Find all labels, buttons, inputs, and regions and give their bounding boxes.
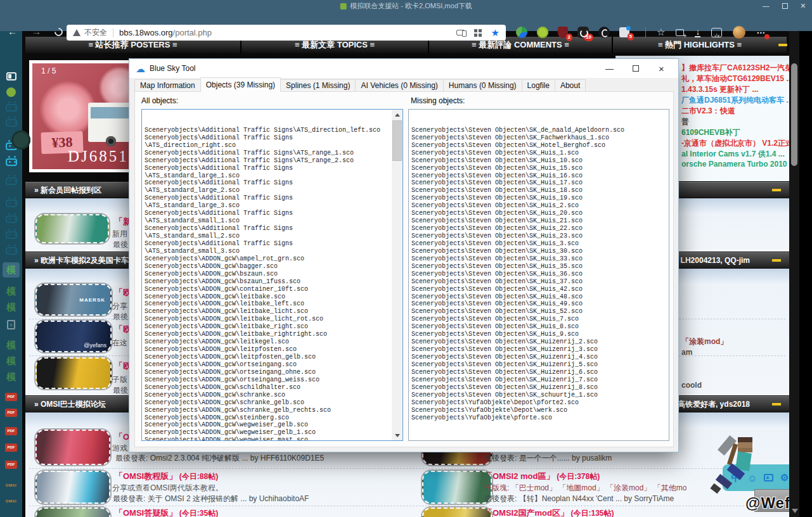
downloads-icon[interactable]: ↓ (695, 28, 700, 37)
object-path-item[interactable]: \ATS_standard_small_2.sco (145, 233, 401, 240)
dialog-tab[interactable]: About (555, 79, 586, 92)
object-path-item[interactable]: Sceneryobjects\Steven Objecten\SK_Huis_2… (411, 217, 667, 225)
object-path-item[interactable]: Sceneryobjects\Additional Traffic Signs\… (145, 157, 401, 165)
sidebar-favicon-item[interactable]: OMSI (0, 478, 22, 492)
dialog-tab[interactable]: Logfile (522, 79, 555, 92)
sidebar-favicon-item[interactable] (0, 155, 22, 169)
highlight-link[interactable]: 厂鱼通DJ6851系列纯电动客车 ... (681, 95, 790, 106)
last-post-link[interactable]: 最後發表: Omsi2 2.3.004 纯净破解版 ... by HFF6110… (115, 453, 324, 464)
sidebar-favicon-item[interactable]: 模 (0, 300, 22, 314)
highlight-link[interactable]: 礼，草车油动CTG6129BEV15 ... (681, 73, 790, 84)
reading-grid-icon[interactable] (474, 29, 477, 32)
object-path-item[interactable]: Sceneryobjects\ADDON_gcW\ampel_rot_grn.s… (145, 255, 401, 263)
forum-thumbnail[interactable] (35, 214, 109, 243)
dialog-close-button[interactable]: × (648, 59, 674, 78)
highlights-collapse-button[interactable] (778, 44, 787, 46)
object-path-item[interactable]: Sceneryobjects\Steven Objecten\SK_Huis_3… (411, 255, 667, 263)
object-path-item[interactable]: Sceneryobjects\ADDON_gcW\bagger.sco (145, 263, 401, 271)
sidebar-favicon-item[interactable] (0, 212, 22, 226)
forum-title-text[interactable]: 「OMSI2 mod區」 (484, 471, 555, 481)
object-path-item[interactable]: Sceneryobjects\Steven Objecten\SK_Huis_2… (411, 210, 667, 217)
dialog-tab[interactable]: Objects (39 Missing) (200, 77, 281, 92)
floating-widget-button[interactable] (11, 131, 30, 150)
window-maximize-button[interactable] (782, 3, 788, 9)
object-path-item[interactable]: Sceneryobjects\Steven Objecten\SK_Huis_1… (411, 157, 667, 165)
dialog-minimize-button[interactable]: — (596, 59, 622, 78)
object-path-item[interactable]: Sceneryobjects\ADDON_gcW\wegweiser_gelb.… (145, 421, 401, 429)
forum-title[interactable]: 「OMSI教程版」 (今日:88帖) (115, 471, 218, 482)
object-path-item[interactable]: Sceneryobjects\Additional Traffic Signs (145, 195, 401, 202)
object-path-item[interactable]: Sceneryobjects\YufaObjekte\Depot\pforte2… (411, 399, 667, 407)
forum-thumbnail[interactable] (422, 507, 492, 517)
object-path-item[interactable]: Sceneryobjects\Steven Objecten\SK_Fachwe… (411, 134, 667, 142)
last-post-link[interactable]: 最後發表: 是一个一个...... by pusalikm (484, 453, 612, 464)
object-path-item[interactable]: Sceneryobjects\ADDON_gcW\leitpfosten.sco (145, 346, 401, 354)
object-path-item[interactable]: Sceneryobjects\Steven Objecten\SK_Huis_7… (411, 316, 667, 323)
object-path-item[interactable]: Sceneryobjects\ADDON_gcW\leitpfosten_gel… (145, 354, 401, 361)
all-objects-list[interactable]: Sceneryobjects\Additional Traffic Signs\… (141, 109, 403, 441)
highlight-link[interactable]: 6109CHEVB补丁 (681, 127, 740, 138)
object-path-item[interactable]: Sceneryobjects\Steven Objecten\SK_Huis_4… (411, 300, 667, 308)
object-path-item[interactable]: Sceneryobjects\Steven Objecten\SK_Huis_2… (411, 233, 667, 240)
forum-thumbnail[interactable]: MAERSK (35, 284, 112, 316)
forum-thumbnail[interactable] (422, 471, 492, 504)
sidebar-favicon-item[interactable] (0, 244, 22, 258)
forum-thumbnail[interactable]: @yefans (35, 321, 112, 352)
sidebar-favicon-item[interactable]: 模 (0, 263, 22, 277)
highlight-link[interactable]: 普 (681, 117, 689, 127)
address-bar[interactable]: 不安全 bbs.18wos.org /portal.php ★ (67, 25, 506, 41)
browser-menu-icon[interactable]: ⋯ (756, 27, 766, 37)
sidebar-favicon-item[interactable] (0, 228, 22, 242)
object-path-item[interactable]: Sceneryobjects\ADDON_gcW\ortseingang_wei… (145, 376, 401, 384)
object-path-item[interactable]: Sceneryobjects\ADDON_gcW\bszaun_1fuss.sc… (145, 278, 401, 286)
object-path-item[interactable]: Sceneryobjects\YufaObjekte\Depot\werk.sc… (411, 407, 667, 414)
object-path-item[interactable]: Sceneryobjects\Steven Objecten\SK_Huis_1… (411, 150, 667, 157)
idm-extension-icon[interactable] (516, 27, 527, 38)
object-path-item[interactable]: Sceneryobjects\Steven Objecten\SK_Huis_4… (411, 293, 667, 301)
object-path-item[interactable]: Sceneryobjects\Steven Objecten\SK_schuur… (411, 392, 667, 399)
object-path-item[interactable]: Sceneryobjects\ADDON_gcW\container_10ft.… (145, 286, 401, 293)
object-path-item[interactable]: Sceneryobjects\Steven Objecten\SK_Huizen… (411, 354, 667, 361)
object-path-item[interactable]: Sceneryobjects\ADDON_gcW\schildhalter.sc… (145, 384, 401, 392)
forum-thumbnail[interactable] (35, 507, 110, 517)
sidebar-favicon-item[interactable]: PDF (0, 405, 22, 419)
object-path-item[interactable]: Sceneryobjects\Additional Traffic Signs (145, 210, 401, 217)
send-to-device-icon[interactable] (456, 30, 465, 35)
forum-title[interactable]: 「OMSI2国产mod区」 (今日:135帖) (484, 507, 614, 517)
object-path-item[interactable]: Sceneryobjects\ADDON_gcW\schranke_gelb.s… (145, 399, 401, 407)
object-path-item[interactable]: Sceneryobjects\Steven Objecten\SK_Huis_9… (411, 331, 667, 338)
forum-thumbnail[interactable] (35, 357, 112, 389)
sidebar-favicon-item[interactable] (0, 174, 22, 188)
forum-title[interactable]: 「OMSI答疑版」 (今日:35帖) (115, 507, 218, 517)
sidebar-favicon-item[interactable]: PDF (0, 440, 22, 454)
list-scrollbar-thumb[interactable] (392, 120, 402, 161)
sidebar-favicon-item[interactable]: 模 (0, 354, 22, 368)
object-path-item[interactable]: Sceneryobjects\Steven Objecten\SK_Huizen… (411, 338, 667, 346)
forum-title-text[interactable]: 「OMSI答疑版」 (115, 508, 177, 517)
object-path-item[interactable]: Sceneryobjects\Steven Objecten\SK_Huis_3… (411, 263, 667, 271)
forum-link-snippet[interactable]: coold (681, 381, 702, 390)
object-path-item[interactable]: Sceneryobjects\Steven Objecten\SK_Huis_1… (411, 165, 667, 172)
forum-link-snippet[interactable]: 「涂装mod」 (681, 336, 728, 347)
object-path-item[interactable]: Sceneryobjects\Steven Objecten\SK_Huis_1… (411, 179, 667, 187)
object-path-item[interactable]: Sceneryobjects\Steven Objecten\SK_Huizen… (411, 384, 667, 392)
object-path-item[interactable]: Sceneryobjects\Steven Objecten\SK_Huizen… (411, 369, 667, 376)
sidebar-favicon-item[interactable]: PDF (0, 424, 22, 438)
dialog-tab[interactable]: Humans (0 Missing) (443, 79, 522, 92)
dialog-maximize-button[interactable] (622, 59, 648, 78)
profile-avatar[interactable] (733, 26, 745, 39)
last-post-link[interactable]: 最後發表: 【转】Neoplan N44xx 'Cent ... by Sorr… (484, 494, 674, 504)
object-path-item[interactable]: Sceneryobjects\ADDON_gcW\ortseingang.sco (145, 361, 401, 369)
forum-thumbnail[interactable] (35, 430, 110, 465)
forward-button[interactable]: → (32, 26, 41, 37)
object-path-item[interactable]: Sceneryobjects\Steven Objecten\SK_Huis_2… (411, 225, 667, 233)
sidebar-favicon-item[interactable] (0, 101, 22, 115)
object-path-item[interactable]: Sceneryobjects\ADDON_gcW\leitbake_licht.… (145, 308, 401, 316)
object-path-item[interactable]: Sceneryobjects\Steven Objecten\SK_Hotel_… (411, 142, 667, 150)
collapse-button[interactable] (772, 403, 781, 405)
dialog-tab[interactable]: Map Information (134, 79, 201, 92)
forum-title-snippet[interactable]: 「O (115, 431, 129, 443)
object-path-item[interactable]: Sceneryobjects\ADDON_gcW\schranke.sco (145, 392, 401, 399)
object-path-item[interactable]: \ATS_standard_small_3.sco (145, 248, 401, 255)
last-post-link[interactable]: 最後發表: 关于 OMSI 2 这种报错的解 ... by Uchihaobit… (113, 494, 309, 504)
